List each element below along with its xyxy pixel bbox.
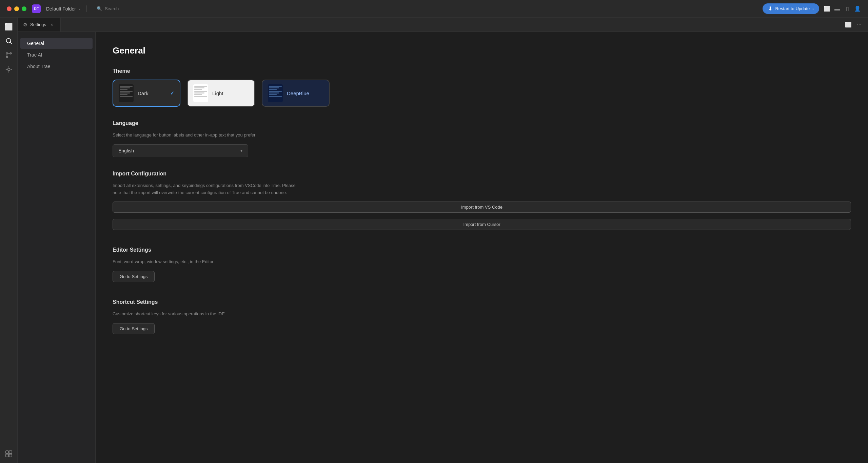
toggle-panel-icon[interactable]: ▬	[833, 5, 841, 13]
minimize-window-button[interactable]	[14, 6, 19, 11]
sidebar-item-general[interactable]: General	[20, 38, 93, 49]
language-description: Select the language for button labels an…	[113, 132, 296, 139]
tab-gear-icon: ⚙	[23, 22, 27, 27]
import-vscode-button[interactable]: Import from VS Code	[113, 202, 851, 213]
preview-line	[194, 92, 204, 93]
content-area: General Trae AI About Trae General Theme	[18, 32, 868, 463]
shortcut-settings-description: Customize shortcut keys for various oper…	[113, 311, 296, 318]
preview-line	[120, 86, 133, 87]
svg-line-1	[10, 42, 12, 44]
language-current-value: English	[118, 148, 134, 153]
titlebar-separator	[86, 5, 86, 12]
preview-line	[269, 87, 279, 88]
theme-section-title: Theme	[113, 68, 851, 74]
search-bar[interactable]: 🔍 Search	[92, 4, 123, 13]
tab-close-button[interactable]: ×	[49, 22, 55, 28]
layout-icons: ⬜ ▬ ▯ 👤	[823, 5, 861, 13]
settings-sidebar: General Trae AI About Trae	[18, 32, 96, 463]
svg-point-5	[7, 68, 10, 70]
preview-line	[269, 86, 282, 87]
theme-preview-dark	[119, 84, 134, 102]
sidebar-item-trae-ai[interactable]: Trae AI	[20, 49, 93, 60]
activity-search-icon[interactable]	[2, 35, 15, 47]
preview-line	[120, 87, 130, 88]
settings-content: General Theme	[96, 32, 868, 463]
theme-light-label: Light	[212, 90, 249, 96]
theme-dark-check-icon: ✓	[170, 90, 174, 96]
preview-line	[194, 96, 207, 97]
app-name-chevron-icon: ⌄	[78, 7, 81, 10]
activity-bar: ⬜	[0, 18, 18, 463]
tab-bar: ⚙ Settings × ⬜ ···	[18, 18, 868, 32]
theme-section: Theme	[113, 68, 851, 107]
more-actions-icon[interactable]: ···	[854, 20, 864, 29]
language-section: Language Select the language for button …	[113, 120, 851, 157]
editor-settings-section: Editor Settings Font, word-wrap, window …	[113, 247, 851, 286]
activity-explorer-icon[interactable]: ⬜	[2, 20, 15, 33]
preview-line	[194, 94, 202, 95]
dropdown-chevron-icon: ▾	[240, 148, 242, 153]
restart-icon: ⬇	[768, 5, 772, 12]
app-name: Default Folder ⌄	[46, 6, 81, 12]
activity-debug-icon[interactable]	[2, 63, 15, 76]
svg-rect-6	[5, 451, 8, 454]
editor-container: ⚙ Settings × ⬜ ··· General Trae AI About…	[18, 18, 868, 463]
svg-rect-7	[9, 451, 12, 454]
preview-line	[269, 91, 282, 92]
preview-line	[120, 91, 133, 92]
theme-card-light[interactable]: Light	[187, 80, 255, 107]
import-config-description: Import all extensions, settings, and key…	[113, 182, 296, 196]
titlebar: DF Default Folder ⌄ 🔍 Search ⬇ Restart t…	[0, 0, 868, 18]
shortcut-settings-section: Shortcut Settings Customize shortcut key…	[113, 299, 851, 338]
preview-line	[269, 94, 277, 95]
theme-preview-light	[193, 84, 208, 102]
shortcut-settings-goto-button[interactable]: Go to Settings	[113, 323, 155, 334]
theme-card-deepblue[interactable]: DeepBlue	[262, 80, 330, 107]
svg-point-2	[6, 52, 8, 54]
close-window-button[interactable]	[7, 6, 12, 11]
editor-settings-goto-button[interactable]: Go to Settings	[113, 271, 155, 282]
preview-line	[120, 94, 127, 95]
import-config-section-title: Import Configuration	[113, 171, 851, 177]
theme-preview-deepblue	[268, 84, 283, 102]
language-dropdown[interactable]: English ▾	[113, 144, 248, 157]
svg-rect-8	[5, 454, 8, 457]
import-cursor-button[interactable]: Import from Cursor	[113, 219, 851, 230]
editor-layout-icon[interactable]: ⬜	[844, 20, 853, 29]
import-buttons: Import from VS Code Import from Cursor	[113, 202, 851, 233]
preview-line	[269, 96, 282, 97]
split-editor-icon[interactable]: ⬜	[823, 5, 831, 13]
titlebar-right: ⬇ Restart to Update › ⬜ ▬ ▯ 👤	[763, 3, 861, 14]
page-title: General	[113, 45, 851, 56]
settings-tab[interactable]: ⚙ Settings ×	[18, 18, 61, 31]
preview-line	[194, 91, 207, 92]
restart-update-button[interactable]: ⬇ Restart to Update ›	[763, 3, 819, 14]
theme-dark-label: Dark	[138, 90, 166, 96]
user-icon[interactable]: 👤	[854, 5, 861, 13]
svg-rect-9	[9, 454, 12, 457]
activity-git-icon[interactable]	[2, 49, 15, 62]
app-icon: DF	[32, 4, 41, 13]
theme-card-dark[interactable]: Dark ✓	[113, 80, 180, 107]
activity-extensions-icon[interactable]	[2, 447, 15, 460]
maximize-window-button[interactable]	[22, 6, 26, 11]
import-config-section: Import Configuration Import all extensio…	[113, 171, 851, 234]
sidebar-item-about-trae[interactable]: About Trae	[20, 61, 93, 72]
preview-line	[194, 87, 204, 88]
preview-line	[269, 89, 277, 90]
language-section-title: Language	[113, 120, 851, 126]
toggle-sidebar-icon[interactable]: ▯	[844, 5, 851, 13]
search-placeholder: Search	[105, 6, 119, 11]
search-icon: 🔍	[97, 6, 102, 11]
theme-cards: Dark ✓	[113, 80, 851, 107]
restart-chevron-icon: ›	[812, 7, 814, 11]
tab-bar-actions: ⬜ ···	[844, 20, 868, 29]
preview-line	[269, 92, 279, 93]
preview-line	[120, 96, 133, 97]
preview-line	[194, 89, 202, 90]
editor-settings-description: Font, word-wrap, window settings, etc., …	[113, 258, 296, 266]
tab-label: Settings	[30, 22, 46, 27]
titlebar-left: DF Default Folder ⌄ 🔍 Search	[7, 4, 123, 13]
editor-settings-title: Editor Settings	[113, 247, 851, 253]
preview-line	[194, 86, 207, 87]
